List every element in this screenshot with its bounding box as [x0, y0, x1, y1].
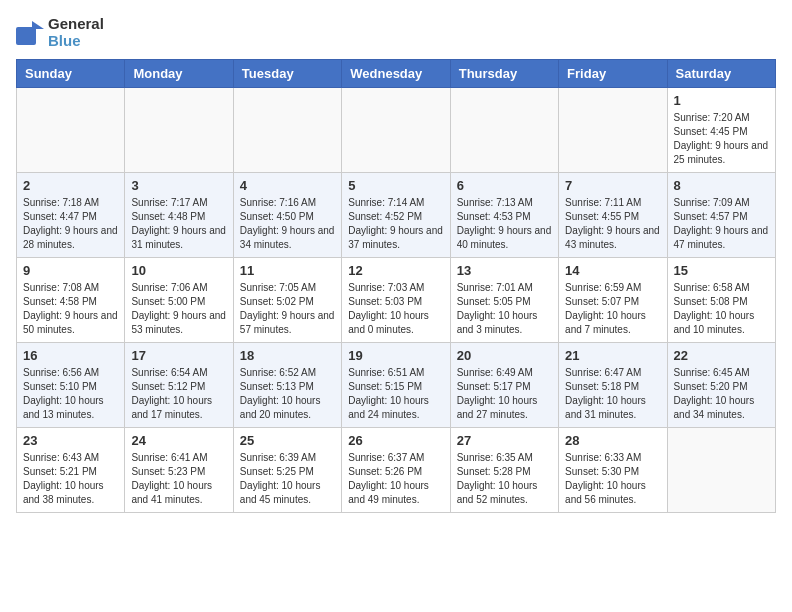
- header: General Blue: [16, 16, 776, 49]
- weekday-header-monday: Monday: [125, 60, 233, 88]
- weekday-header-sunday: Sunday: [17, 60, 125, 88]
- day-number: 21: [565, 348, 660, 363]
- logo: General Blue: [16, 16, 104, 49]
- day-number: 20: [457, 348, 552, 363]
- calendar-cell: [342, 88, 450, 173]
- day-info: Sunrise: 7:11 AM Sunset: 4:55 PM Dayligh…: [565, 196, 660, 252]
- weekday-header-row: SundayMondayTuesdayWednesdayThursdayFrid…: [17, 60, 776, 88]
- day-number: 2: [23, 178, 118, 193]
- day-number: 1: [674, 93, 769, 108]
- calendar-cell: [450, 88, 558, 173]
- day-number: 15: [674, 263, 769, 278]
- calendar-cell: 18Sunrise: 6:52 AM Sunset: 5:13 PM Dayli…: [233, 343, 341, 428]
- day-number: 28: [565, 433, 660, 448]
- day-info: Sunrise: 6:56 AM Sunset: 5:10 PM Dayligh…: [23, 366, 118, 422]
- day-number: 16: [23, 348, 118, 363]
- day-info: Sunrise: 7:08 AM Sunset: 4:58 PM Dayligh…: [23, 281, 118, 337]
- day-info: Sunrise: 6:51 AM Sunset: 5:15 PM Dayligh…: [348, 366, 443, 422]
- calendar-cell: 2Sunrise: 7:18 AM Sunset: 4:47 PM Daylig…: [17, 173, 125, 258]
- calendar-cell: 19Sunrise: 6:51 AM Sunset: 5:15 PM Dayli…: [342, 343, 450, 428]
- day-number: 26: [348, 433, 443, 448]
- calendar-cell: 5Sunrise: 7:14 AM Sunset: 4:52 PM Daylig…: [342, 173, 450, 258]
- day-info: Sunrise: 6:37 AM Sunset: 5:26 PM Dayligh…: [348, 451, 443, 507]
- day-info: Sunrise: 6:47 AM Sunset: 5:18 PM Dayligh…: [565, 366, 660, 422]
- day-number: 13: [457, 263, 552, 278]
- day-number: 25: [240, 433, 335, 448]
- calendar-cell: 12Sunrise: 7:03 AM Sunset: 5:03 PM Dayli…: [342, 258, 450, 343]
- day-info: Sunrise: 7:06 AM Sunset: 5:00 PM Dayligh…: [131, 281, 226, 337]
- calendar-cell: [233, 88, 341, 173]
- day-number: 9: [23, 263, 118, 278]
- week-row-4: 16Sunrise: 6:56 AM Sunset: 5:10 PM Dayli…: [17, 343, 776, 428]
- day-number: 4: [240, 178, 335, 193]
- calendar-cell: 27Sunrise: 6:35 AM Sunset: 5:28 PM Dayli…: [450, 428, 558, 513]
- day-info: Sunrise: 6:41 AM Sunset: 5:23 PM Dayligh…: [131, 451, 226, 507]
- calendar-cell: 28Sunrise: 6:33 AM Sunset: 5:30 PM Dayli…: [559, 428, 667, 513]
- weekday-header-saturday: Saturday: [667, 60, 775, 88]
- weekday-header-tuesday: Tuesday: [233, 60, 341, 88]
- calendar-cell: 8Sunrise: 7:09 AM Sunset: 4:57 PM Daylig…: [667, 173, 775, 258]
- calendar-cell: 22Sunrise: 6:45 AM Sunset: 5:20 PM Dayli…: [667, 343, 775, 428]
- calendar-cell: 20Sunrise: 6:49 AM Sunset: 5:17 PM Dayli…: [450, 343, 558, 428]
- calendar-cell: [17, 88, 125, 173]
- calendar-cell: 6Sunrise: 7:13 AM Sunset: 4:53 PM Daylig…: [450, 173, 558, 258]
- calendar-cell: 14Sunrise: 6:59 AM Sunset: 5:07 PM Dayli…: [559, 258, 667, 343]
- day-info: Sunrise: 7:03 AM Sunset: 5:03 PM Dayligh…: [348, 281, 443, 337]
- day-number: 23: [23, 433, 118, 448]
- day-info: Sunrise: 7:09 AM Sunset: 4:57 PM Dayligh…: [674, 196, 769, 252]
- calendar-cell: 3Sunrise: 7:17 AM Sunset: 4:48 PM Daylig…: [125, 173, 233, 258]
- day-number: 22: [674, 348, 769, 363]
- weekday-header-wednesday: Wednesday: [342, 60, 450, 88]
- calendar-cell: 24Sunrise: 6:41 AM Sunset: 5:23 PM Dayli…: [125, 428, 233, 513]
- day-number: 6: [457, 178, 552, 193]
- calendar-cell: 4Sunrise: 7:16 AM Sunset: 4:50 PM Daylig…: [233, 173, 341, 258]
- svg-marker-1: [32, 21, 44, 29]
- calendar-cell: [667, 428, 775, 513]
- calendar-cell: 11Sunrise: 7:05 AM Sunset: 5:02 PM Dayli…: [233, 258, 341, 343]
- day-info: Sunrise: 7:18 AM Sunset: 4:47 PM Dayligh…: [23, 196, 118, 252]
- calendar-cell: 17Sunrise: 6:54 AM Sunset: 5:12 PM Dayli…: [125, 343, 233, 428]
- logo-icon: [16, 21, 44, 45]
- logo-text-general: General: [48, 16, 104, 33]
- day-info: Sunrise: 7:13 AM Sunset: 4:53 PM Dayligh…: [457, 196, 552, 252]
- calendar-cell: 26Sunrise: 6:37 AM Sunset: 5:26 PM Dayli…: [342, 428, 450, 513]
- calendar-cell: 16Sunrise: 6:56 AM Sunset: 5:10 PM Dayli…: [17, 343, 125, 428]
- day-number: 18: [240, 348, 335, 363]
- logo-text-blue: Blue: [48, 33, 104, 50]
- calendar-cell: 10Sunrise: 7:06 AM Sunset: 5:00 PM Dayli…: [125, 258, 233, 343]
- day-number: 19: [348, 348, 443, 363]
- day-number: 7: [565, 178, 660, 193]
- day-info: Sunrise: 7:20 AM Sunset: 4:45 PM Dayligh…: [674, 111, 769, 167]
- day-info: Sunrise: 7:16 AM Sunset: 4:50 PM Dayligh…: [240, 196, 335, 252]
- day-number: 12: [348, 263, 443, 278]
- calendar: SundayMondayTuesdayWednesdayThursdayFrid…: [16, 59, 776, 513]
- calendar-cell: [559, 88, 667, 173]
- week-row-2: 2Sunrise: 7:18 AM Sunset: 4:47 PM Daylig…: [17, 173, 776, 258]
- calendar-cell: 9Sunrise: 7:08 AM Sunset: 4:58 PM Daylig…: [17, 258, 125, 343]
- calendar-cell: 15Sunrise: 6:58 AM Sunset: 5:08 PM Dayli…: [667, 258, 775, 343]
- day-number: 3: [131, 178, 226, 193]
- day-number: 27: [457, 433, 552, 448]
- day-info: Sunrise: 6:52 AM Sunset: 5:13 PM Dayligh…: [240, 366, 335, 422]
- day-info: Sunrise: 6:58 AM Sunset: 5:08 PM Dayligh…: [674, 281, 769, 337]
- day-number: 24: [131, 433, 226, 448]
- calendar-cell: 7Sunrise: 7:11 AM Sunset: 4:55 PM Daylig…: [559, 173, 667, 258]
- day-info: Sunrise: 6:59 AM Sunset: 5:07 PM Dayligh…: [565, 281, 660, 337]
- day-number: 17: [131, 348, 226, 363]
- day-number: 11: [240, 263, 335, 278]
- calendar-cell: 25Sunrise: 6:39 AM Sunset: 5:25 PM Dayli…: [233, 428, 341, 513]
- calendar-cell: 23Sunrise: 6:43 AM Sunset: 5:21 PM Dayli…: [17, 428, 125, 513]
- week-row-5: 23Sunrise: 6:43 AM Sunset: 5:21 PM Dayli…: [17, 428, 776, 513]
- calendar-cell: 1Sunrise: 7:20 AM Sunset: 4:45 PM Daylig…: [667, 88, 775, 173]
- day-info: Sunrise: 6:49 AM Sunset: 5:17 PM Dayligh…: [457, 366, 552, 422]
- week-row-1: 1Sunrise: 7:20 AM Sunset: 4:45 PM Daylig…: [17, 88, 776, 173]
- day-info: Sunrise: 6:54 AM Sunset: 5:12 PM Dayligh…: [131, 366, 226, 422]
- day-number: 5: [348, 178, 443, 193]
- day-info: Sunrise: 7:01 AM Sunset: 5:05 PM Dayligh…: [457, 281, 552, 337]
- day-info: Sunrise: 6:43 AM Sunset: 5:21 PM Dayligh…: [23, 451, 118, 507]
- day-info: Sunrise: 6:39 AM Sunset: 5:25 PM Dayligh…: [240, 451, 335, 507]
- day-info: Sunrise: 7:05 AM Sunset: 5:02 PM Dayligh…: [240, 281, 335, 337]
- day-number: 8: [674, 178, 769, 193]
- calendar-cell: [125, 88, 233, 173]
- day-info: Sunrise: 6:35 AM Sunset: 5:28 PM Dayligh…: [457, 451, 552, 507]
